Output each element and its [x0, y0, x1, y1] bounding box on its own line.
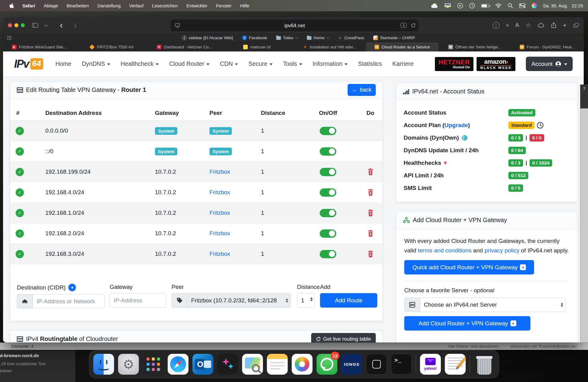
dock-photo-editor-icon[interactable] — [217, 354, 238, 375]
peer-select[interactable]: Fritzbox (10.7.0.2/32, fd64::2/128 — [187, 293, 291, 308]
icloud-icon[interactable] — [431, 3, 438, 8]
delete-route-trash-icon[interactable] — [367, 250, 374, 258]
address-bar[interactable]: ipv64.net A — [171, 20, 419, 31]
get-live-routing-button[interactable]: Get live routing table — [311, 333, 376, 343]
account-button[interactable]: Account — [526, 57, 573, 71]
add-route-button[interactable]: Add Route — [320, 293, 377, 308]
dock-launchpad-icon[interactable] — [143, 354, 164, 375]
favorite-sidebar-el-alcazar-wiki-[interactable]: sidebar [El Alcazar Wiki] — [182, 36, 233, 40]
delete-route-trash-icon[interactable] — [367, 189, 374, 196]
route-on-off-toggle[interactable] — [320, 168, 336, 176]
favorite-home[interactable]: Home — [307, 36, 329, 40]
dock-terminal-icon[interactable]: >_ — [391, 354, 412, 375]
add-destination-icon[interactable]: + — [68, 284, 76, 291]
peer-link[interactable]: Fritzbox — [209, 230, 230, 236]
delete-route-trash-icon[interactable] — [367, 230, 374, 237]
share-icon[interactable] — [551, 22, 556, 28]
route-on-off-toggle[interactable] — [320, 229, 336, 238]
gateway-input[interactable] — [110, 293, 166, 308]
browser-tab[interactable]: WÖffnen der Seite fehlge... — [439, 42, 511, 51]
route-on-off-toggle[interactable] — [320, 127, 336, 135]
menubar-clock[interactable]: Sa. 30. Aug. 22:25 — [543, 3, 583, 8]
apple-menu-icon[interactable] — [9, 3, 14, 9]
dock-photos-icon[interactable] — [292, 354, 313, 375]
back-button[interactable]: ‹ — [57, 21, 65, 30]
dock-trash-icon[interactable] — [474, 354, 495, 375]
forward-button[interactable]: › — [71, 21, 79, 30]
nav-item-cloud-router[interactable]: Cloud Router — [169, 60, 209, 67]
dock-system-settings-icon[interactable]: ⚙ — [118, 354, 139, 375]
favorites-grid-icon[interactable] — [7, 36, 11, 40]
browser-tab[interactable]: 64Forum - DynDNS2, Heal... — [511, 42, 584, 51]
peer-link[interactable]: Fritzbox — [209, 189, 230, 195]
nav-item-home[interactable]: Home — [55, 60, 71, 67]
terms-link[interactable]: terms and conditions — [418, 247, 471, 254]
browser-tab[interactable]: HDashboard · Hetzner Co... — [148, 42, 221, 51]
control-center-icon[interactable] — [519, 3, 526, 8]
dock-ionos-icon[interactable]: IONOS — [341, 354, 362, 375]
close-window-button[interactable] — [8, 23, 12, 27]
menu-darstellung[interactable]: Darstellung — [97, 3, 121, 8]
spotlight-search-icon[interactable] — [508, 3, 513, 8]
ipv64-logo[interactable]: IPv 64 — [14, 58, 43, 70]
dock-whatsapp-icon[interactable]: 12 — [317, 354, 337, 375]
sidebar-toggle-button[interactable] — [31, 21, 39, 30]
display-mirror-icon[interactable] — [444, 3, 451, 8]
nav-item-statistics[interactable]: Statistics — [358, 60, 382, 67]
icloud-tabs-icon[interactable] — [538, 23, 545, 28]
favorite-covidpass[interactable]: ✓CovidPass — [338, 36, 364, 40]
dock-outlook-icon[interactable]: O — [193, 354, 213, 375]
minimize-window-button[interactable] — [14, 23, 18, 27]
route-on-off-toggle[interactable] — [320, 209, 336, 217]
dock-safari-icon[interactable] — [168, 354, 189, 375]
menu-hilfe[interactable]: Hilfe — [240, 3, 249, 8]
dock-textedit-icon[interactable] — [445, 354, 466, 375]
favorite-startseite-chirp[interactable]: Startseite – CHIRP — [373, 36, 415, 40]
play-icon[interactable] — [457, 3, 463, 9]
delete-route-trash-icon[interactable] — [367, 209, 374, 217]
nav-item-karriere[interactable]: Karriere — [392, 60, 413, 67]
browser-tab[interactable]: 64Cloud Router as a Service — [366, 42, 439, 51]
menu-bearbeiten[interactable]: Bearbeiten — [66, 3, 89, 8]
downloads-icon[interactable]: ↓ — [493, 22, 499, 29]
menu-entwickler[interactable]: Entwickler — [187, 3, 207, 8]
distance-stepper-icon[interactable] — [308, 297, 313, 301]
nav-item-information[interactable]: Information — [313, 60, 348, 67]
favorite-facebook[interactable]: fFacebook — [242, 36, 267, 40]
sidebar-chevron-button[interactable] — [42, 21, 50, 30]
wifi-icon[interactable] — [495, 3, 502, 8]
route-on-off-toggle[interactable] — [320, 147, 336, 156]
hetzner-badge[interactable]: HETZNER Hosted On — [435, 57, 474, 71]
quick-add-router-button[interactable]: Quick add Cloud Router + VPN Gateway + — [404, 260, 534, 274]
add-router-button[interactable]: Add Cloud Router + VPN Gateway + — [404, 316, 530, 331]
back-to-overview-button[interactable]: ← back — [348, 84, 376, 96]
menu-verlauf[interactable]: Verlauf — [129, 3, 144, 8]
dock-remote-box-icon[interactable] — [366, 354, 387, 375]
time-machine-icon[interactable] — [469, 3, 475, 9]
route-on-off-toggle[interactable] — [320, 250, 336, 258]
tab-overview-icon[interactable] — [573, 23, 579, 28]
peer-link[interactable]: Fritzbox — [209, 168, 230, 175]
nav-item-secure[interactable]: Secure — [248, 60, 273, 67]
bookmark-star-icon[interactable]: ☆ — [526, 22, 531, 29]
amazon-badge[interactable]: amazon› BLACK WEEK — [477, 57, 515, 71]
peer-link[interactable]: Fritzbox — [209, 210, 230, 216]
decrease-text-size-icon[interactable]: A — [506, 23, 509, 28]
dock-finder-icon[interactable] — [93, 354, 114, 375]
route-on-off-toggle[interactable] — [320, 188, 336, 197]
nav-item-tools[interactable]: Tools — [283, 60, 302, 67]
browser-tab[interactable]: FRITZ!Box 7530 AX — [76, 42, 148, 51]
nav-item-cdn[interactable]: CDN — [220, 60, 238, 67]
browser-tab[interactable]: ×Installation auf VM oder... — [293, 42, 366, 51]
favorite-toliex[interactable]: Toliex — [276, 36, 298, 40]
delete-route-trash-icon[interactable] — [367, 168, 374, 176]
dock-yahoo-mail-icon[interactable]: yahoo! — [420, 354, 441, 375]
browser-tab[interactable]: ▶Fritzbox WireGuard Site... — [3, 42, 76, 51]
siri-icon[interactable] — [532, 3, 537, 8]
dock-preview-icon[interactable] — [242, 354, 263, 375]
destination-input[interactable] — [32, 294, 105, 308]
new-tab-icon[interactable]: + — [563, 23, 567, 28]
nav-item-dyndns[interactable]: DynDNS — [82, 60, 110, 67]
server-select[interactable]: Choose an IPv64.net Server — [420, 297, 566, 312]
peer-link[interactable]: Fritzbox — [209, 251, 230, 257]
